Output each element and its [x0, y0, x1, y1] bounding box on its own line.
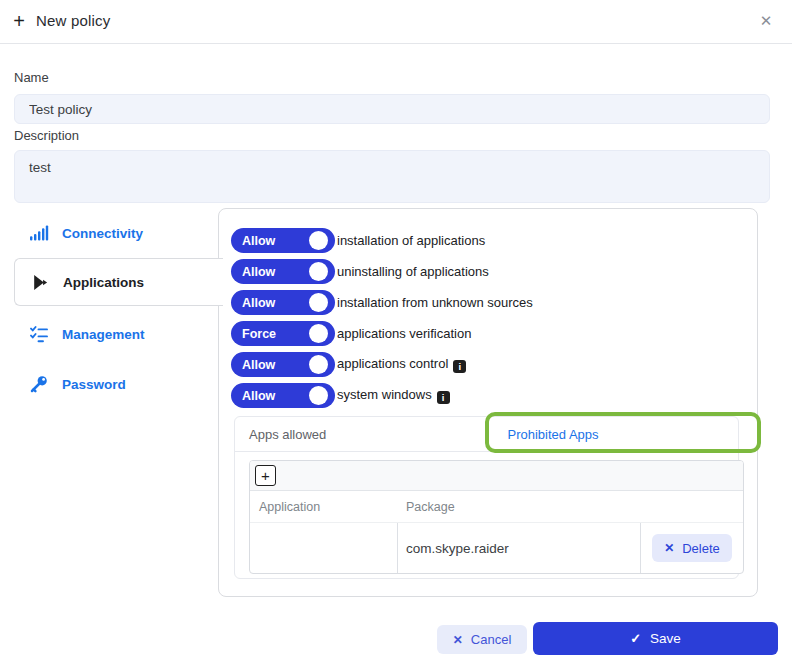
add-app-button[interactable]: +: [255, 465, 276, 486]
apps-tabs: Apps allowed Prohibited Apps: [235, 417, 738, 452]
toggle-state-label: Force: [242, 327, 276, 341]
table-toolbar: +: [250, 461, 743, 491]
toggle-label: applications verification: [337, 326, 471, 341]
dialog-header: + New policy ✕: [0, 0, 792, 44]
toggle-state-label: Allow: [242, 296, 275, 310]
sidebar-item-password[interactable]: Password: [14, 360, 220, 408]
prohibited-apps-table: + Application Package com.skype.raider ✕…: [249, 460, 744, 574]
play-icon: [30, 272, 50, 292]
toggle-label: uninstalling of applications: [337, 264, 489, 279]
toggle-knob: [309, 386, 328, 405]
cancel-button-label: Cancel: [471, 632, 511, 647]
description-input[interactable]: test: [14, 150, 770, 203]
save-button-label: Save: [650, 631, 681, 646]
sidebar-item-label: Password: [62, 377, 126, 392]
checklist-icon: [29, 324, 49, 344]
toggle-state-label: Allow: [242, 265, 275, 279]
toggle-knob: [309, 262, 328, 281]
toggle-label: installation from unknown sources: [337, 295, 533, 310]
sidebar-item-label: Management: [62, 327, 145, 342]
delete-button-label: Delete: [682, 541, 720, 556]
apps-lists-panel: Apps allowed Prohibited Apps + Applicati…: [234, 416, 739, 579]
save-button[interactable]: ✓ Save: [533, 622, 778, 655]
new-policy-dialog: + New policy ✕ Name Description test Con…: [0, 0, 792, 664]
toggle-applications-control[interactable]: Allow: [231, 352, 335, 377]
table-header-row: Application Package: [250, 491, 743, 523]
toggle-installation-unknown-sources[interactable]: Allow: [231, 290, 335, 315]
applications-settings-panel: Allow installation of applications Allow…: [218, 208, 758, 597]
cell-actions: ✕ Delete: [641, 523, 743, 573]
sidebar-item-management[interactable]: Management: [14, 310, 220, 358]
info-icon[interactable]: i: [453, 360, 466, 373]
toggle-knob: [309, 355, 328, 374]
column-header-package: Package: [398, 500, 455, 514]
toggle-row-applications-control: Allow applications controli: [231, 349, 757, 380]
sidebar-item-label: Applications: [63, 275, 144, 290]
toggle-label: system windowsi: [337, 387, 450, 404]
sidebar-item-applications[interactable]: Applications: [14, 258, 223, 306]
info-icon[interactable]: i: [437, 391, 450, 404]
name-label: Name: [14, 70, 49, 85]
page-title: New policy: [36, 12, 111, 29]
check-icon: ✓: [630, 631, 641, 646]
toggle-state-label: Allow: [242, 234, 275, 248]
toggle-label: installation of applications: [337, 233, 485, 248]
sidebar-item-label: Connectivity: [62, 226, 143, 241]
toggle-applications-verification[interactable]: Force: [231, 321, 335, 346]
sidebar-item-connectivity[interactable]: Connectivity: [14, 209, 220, 257]
description-label: Description: [14, 128, 79, 143]
toggle-uninstalling-of-applications[interactable]: Allow: [231, 259, 335, 284]
name-input[interactable]: [14, 94, 770, 124]
key-icon: [29, 374, 49, 394]
x-icon: ✕: [453, 633, 463, 647]
toggle-knob: [309, 293, 328, 312]
toggle-installation-of-applications[interactable]: Allow: [231, 228, 335, 253]
cell-application[interactable]: [250, 523, 398, 573]
signal-bars-icon: [29, 223, 49, 243]
plus-icon: +: [8, 10, 30, 32]
toggle-label: applications controli: [337, 356, 466, 373]
x-icon: ✕: [664, 541, 674, 555]
toggle-row-installation: Allow installation of applications: [231, 225, 757, 256]
tab-prohibited-apps[interactable]: Prohibited Apps: [480, 417, 739, 451]
delete-row-button[interactable]: ✕ Delete: [652, 534, 732, 562]
table-row: com.skype.raider ✕ Delete: [250, 523, 743, 573]
toggle-state-label: Allow: [242, 358, 275, 372]
toggle-row-uninstalling: Allow uninstalling of applications: [231, 256, 757, 287]
cancel-button[interactable]: ✕ Cancel: [437, 625, 527, 654]
toggle-row-unknown-sources: Allow installation from unknown sources: [231, 287, 757, 318]
toggle-knob: [309, 231, 328, 250]
tab-apps-allowed[interactable]: Apps allowed: [235, 417, 480, 451]
toggle-system-windows[interactable]: Allow: [231, 383, 335, 408]
toggle-state-label: Allow: [242, 389, 275, 403]
toggle-row-system-windows: Allow system windowsi: [231, 380, 757, 411]
toggle-row-verification: Force applications verification: [231, 318, 757, 349]
cell-package[interactable]: com.skype.raider: [398, 523, 641, 573]
close-icon[interactable]: ✕: [756, 11, 776, 31]
toggle-knob: [309, 324, 328, 343]
column-header-application: Application: [250, 500, 398, 514]
